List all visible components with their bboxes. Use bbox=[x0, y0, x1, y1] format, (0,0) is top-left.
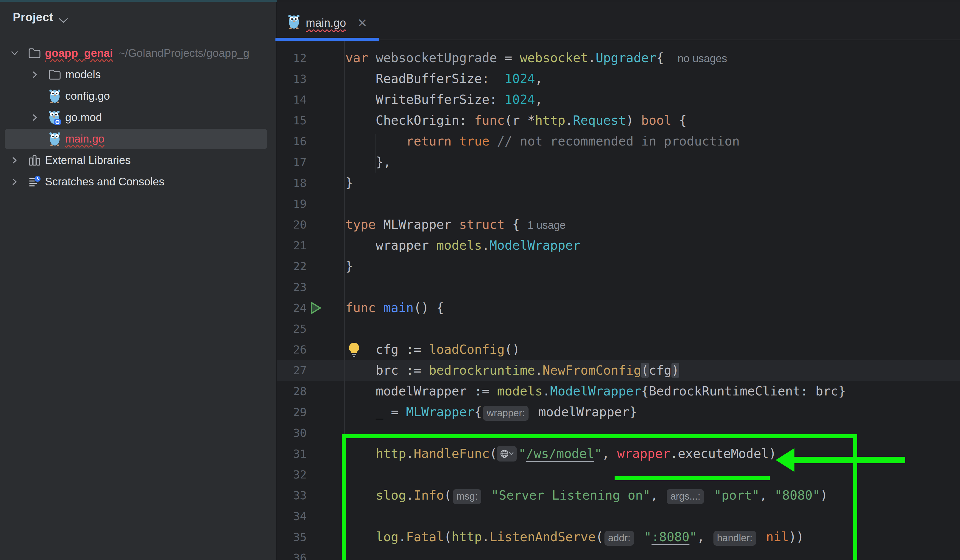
code-token: ( bbox=[641, 363, 648, 378]
line-number[interactable]: 28 bbox=[277, 381, 307, 402]
code-line-13[interactable]: 13 ReadBufferSize: 1024, bbox=[277, 69, 960, 89]
inlay-hint: wrapper: bbox=[483, 406, 528, 421]
line-number[interactable]: 15 bbox=[277, 110, 307, 131]
annotation-arrow-icon bbox=[771, 445, 907, 475]
sidebar-item-models[interactable]: models bbox=[0, 64, 276, 85]
code-line-17[interactable]: 17 }, bbox=[277, 152, 960, 172]
code-token: , bbox=[535, 72, 542, 86]
run-main-icon[interactable] bbox=[310, 300, 322, 321]
annotation-underline bbox=[614, 476, 770, 480]
code-line-28[interactable]: 28 modelWrapper := models.ModelWrapper{B… bbox=[277, 381, 960, 402]
code-text: modelWrapper := models.ModelWrapper{Bedr… bbox=[346, 381, 846, 402]
line-number[interactable]: 24 bbox=[277, 298, 307, 318]
code-line-22[interactable]: 22} bbox=[277, 256, 960, 277]
sidebar-item-label: go.mod bbox=[65, 111, 102, 124]
code-token: . bbox=[482, 238, 489, 253]
line-number[interactable]: 36 bbox=[277, 547, 307, 560]
code-token: type bbox=[346, 217, 376, 232]
code-line-15[interactable]: 15 CheckOrigin: func(r *http.Request) bo… bbox=[277, 110, 960, 131]
line-number[interactable]: 16 bbox=[277, 131, 307, 152]
code-token: MLWrapper bbox=[406, 405, 474, 419]
code-text: var websocketUpgrade = websocket.Upgrade… bbox=[346, 48, 727, 69]
line-number[interactable]: 35 bbox=[277, 526, 307, 547]
code-token: . bbox=[588, 51, 595, 65]
code-token: websocket bbox=[520, 51, 588, 65]
line-number[interactable]: 14 bbox=[277, 89, 307, 110]
close-icon[interactable]: ✕ bbox=[357, 16, 368, 30]
project-path: ~/GolandProjects/goapp_g bbox=[118, 47, 249, 59]
code-token: ModelWrapper bbox=[550, 384, 642, 399]
line-number[interactable]: 20 bbox=[277, 214, 307, 235]
code-line-23[interactable]: 23 bbox=[277, 277, 960, 298]
code-line-19[interactable]: 19 bbox=[277, 193, 960, 214]
code-line-21[interactable]: 21 wrapper models.ModelWrapper bbox=[277, 235, 960, 256]
code-text: } bbox=[346, 256, 353, 277]
sidebar-item-config-go[interactable]: config.go bbox=[0, 85, 276, 107]
sidebar-item-main-go[interactable]: main.go bbox=[0, 128, 276, 150]
line-number[interactable]: 29 bbox=[277, 402, 307, 423]
project-panel-title[interactable]: Project bbox=[13, 11, 53, 24]
code-token: MLWrapper bbox=[376, 217, 459, 232]
code-token: 1024 bbox=[505, 72, 535, 86]
code-line-26[interactable]: 26 cfg := loadConfig() bbox=[277, 339, 960, 360]
line-number[interactable]: 22 bbox=[277, 256, 307, 277]
gopher-icon bbox=[48, 131, 61, 147]
code-line-29[interactable]: 29 _ = MLWrapper{wrapper: modelWrapper} bbox=[277, 402, 960, 423]
code-token: bedrockruntime bbox=[429, 363, 535, 378]
line-number[interactable]: 23 bbox=[277, 277, 307, 298]
code-token: . bbox=[565, 113, 573, 128]
line-number[interactable]: 21 bbox=[277, 235, 307, 256]
code-token bbox=[376, 300, 383, 315]
chevron-right-icon[interactable] bbox=[8, 178, 21, 186]
code-text: _ = MLWrapper{wrapper: modelWrapper} bbox=[346, 402, 637, 423]
code-token: WriteBufferSize: bbox=[346, 92, 505, 107]
project-tool-window: Project goapp_genai~/GolandProjects/goap… bbox=[0, 2, 277, 560]
project-panel-header[interactable]: Project bbox=[0, 2, 276, 37]
line-number[interactable]: 32 bbox=[277, 464, 307, 485]
line-number[interactable]: 26 bbox=[277, 339, 307, 360]
code-line-12[interactable]: 12var websocketUpgrade = websocket.Upgra… bbox=[277, 48, 960, 69]
tab-title[interactable]: main.go bbox=[306, 17, 346, 29]
code-line-14[interactable]: 14 WriteBufferSize: 1024, bbox=[277, 89, 960, 110]
code-line-20[interactable]: 20type MLWrapper struct {1 usage bbox=[277, 214, 960, 235]
line-number[interactable]: 18 bbox=[277, 172, 307, 193]
line-number[interactable]: 33 bbox=[277, 485, 307, 506]
code-text: type MLWrapper struct {1 usage bbox=[346, 214, 566, 236]
code-token: , bbox=[535, 92, 542, 107]
code-token: no usages bbox=[678, 53, 727, 65]
code-token: ModelWrapper bbox=[490, 238, 581, 253]
chevron-down-icon[interactable] bbox=[58, 17, 69, 25]
code-text: ReadBufferSize: 1024, bbox=[346, 69, 542, 89]
code-line-16[interactable]: 16 return true // not recommended in pro… bbox=[277, 131, 960, 152]
line-number[interactable]: 25 bbox=[277, 318, 307, 339]
chevron-right-icon[interactable] bbox=[29, 114, 41, 121]
code-token: ) bbox=[672, 363, 679, 378]
code-token: ReadBufferSize: bbox=[346, 72, 505, 86]
line-number[interactable]: 31 bbox=[277, 444, 307, 464]
line-number[interactable]: 34 bbox=[277, 506, 307, 526]
tab-main-go[interactable]: main.go ✕ bbox=[277, 2, 379, 40]
code-line-24[interactable]: 24func main() { bbox=[277, 298, 960, 318]
code-token: ) bbox=[626, 113, 641, 128]
line-number[interactable]: 19 bbox=[277, 193, 307, 214]
code-token: websocketUpgrade bbox=[376, 51, 497, 65]
chevron-right-icon[interactable] bbox=[29, 71, 41, 78]
line-number[interactable]: 17 bbox=[277, 152, 307, 172]
line-number[interactable]: 27 bbox=[277, 360, 307, 381]
sidebar-item-scratches-and-consoles[interactable]: Scratches and Consoles bbox=[0, 171, 276, 193]
sidebar-item-external-libraries[interactable]: External Libraries bbox=[0, 150, 276, 171]
line-number[interactable]: 13 bbox=[277, 69, 307, 89]
code-text: } bbox=[346, 172, 353, 193]
indent-guide bbox=[375, 134, 376, 172]
code-line-27[interactable]: 27 brc := bedrockruntime.NewFromConfig(c… bbox=[277, 360, 960, 381]
line-number[interactable]: 12 bbox=[277, 48, 307, 69]
code-token: CheckOrigin: bbox=[346, 113, 474, 128]
line-number[interactable]: 30 bbox=[277, 423, 307, 444]
code-line-18[interactable]: 18} bbox=[277, 172, 960, 193]
chevron-right-icon[interactable] bbox=[8, 156, 21, 164]
sidebar-item-go-mod[interactable]: go.mod bbox=[0, 107, 276, 128]
chevron-down-icon[interactable] bbox=[8, 50, 21, 57]
sidebar-item-goapp-genai[interactable]: goapp_genai~/GolandProjects/goapp_g bbox=[0, 43, 276, 64]
code-line-25[interactable]: 25 bbox=[277, 318, 960, 339]
code-token: // not recommended in production bbox=[497, 134, 740, 148]
